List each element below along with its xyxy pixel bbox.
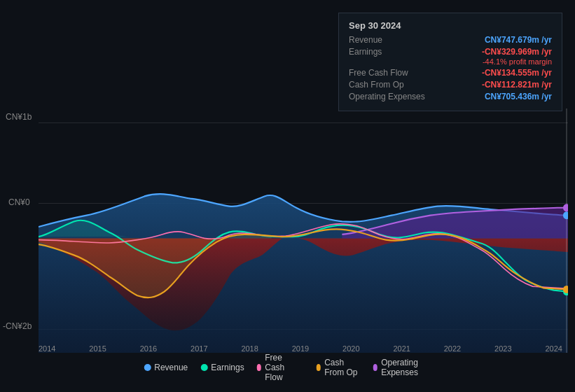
tooltip-earnings-row: Earnings -CN¥329.969m /yr (349, 47, 552, 57)
opex-legend-label: Operating Expenses (381, 358, 431, 377)
chart-legend: Revenue Earnings Free Cash Flow Cash Fro… (144, 353, 431, 382)
x-label-2022: 2022 (444, 344, 461, 353)
fcf-legend-label: Free Cash Flow (265, 353, 303, 382)
x-label-2019: 2019 (292, 344, 309, 353)
x-label-2017: 2017 (190, 344, 207, 353)
legend-cashop[interactable]: Cash From Op (317, 358, 361, 377)
cashop-label: Cash From Op (349, 80, 404, 90)
earnings-legend-label: Earnings (211, 363, 244, 372)
chart-svg (39, 108, 568, 353)
fcf-value: -CN¥134.555m /yr (482, 68, 552, 78)
tooltip-fcf-row: Free Cash Flow -CN¥134.555m /yr (349, 68, 552, 78)
tooltip-cashop-row: Cash From Op -CN¥112.821m /yr (349, 80, 552, 90)
legend-fcf[interactable]: Free Cash Flow (257, 353, 304, 382)
y-label-1b: CN¥1b (6, 112, 32, 122)
cashop-legend-dot (317, 364, 321, 371)
tooltip-title: Sep 30 2024 (349, 20, 552, 31)
revenue-legend-label: Revenue (154, 363, 188, 372)
opex-value: CN¥705.436m /yr (485, 92, 552, 102)
chart-area (39, 108, 568, 353)
revenue-legend-dot (144, 364, 151, 371)
data-tooltip: Sep 30 2024 Revenue CN¥747.679m /yr Earn… (338, 13, 562, 111)
x-label-2014: 2014 (39, 344, 55, 353)
opex-legend-dot (373, 364, 378, 371)
x-axis: 2014 2015 2016 2017 2018 2019 2020 2021 … (0, 344, 575, 353)
x-label-2020: 2020 (342, 344, 359, 353)
cashop-value: -CN¥112.821m /yr (482, 80, 552, 90)
profit-margin: -44.1% profit margin (349, 57, 552, 66)
revenue-label: Revenue (349, 35, 382, 45)
y-label-0: CN¥0 (8, 197, 30, 207)
legend-revenue[interactable]: Revenue (144, 363, 188, 372)
x-label-2024: 2024 (545, 344, 562, 353)
legend-earnings[interactable]: Earnings (200, 363, 244, 372)
fcf-legend-dot (257, 364, 262, 371)
tooltip-opex-row: Operating Expenses CN¥705.436m /yr (349, 92, 552, 102)
opex-label: Operating Expenses (349, 92, 425, 102)
tooltip-revenue-row: Revenue CN¥747.679m /yr (349, 35, 552, 45)
cashop-legend-label: Cash From Op (324, 358, 360, 377)
legend-opex[interactable]: Operating Expenses (373, 358, 431, 377)
y-label-neg2b: -CN¥2b (3, 321, 32, 331)
earnings-legend-dot (200, 364, 207, 371)
earnings-value: -CN¥329.969m /yr (482, 47, 552, 57)
revenue-value: CN¥747.679m /yr (485, 35, 552, 45)
earnings-label: Earnings (349, 47, 382, 57)
x-label-2015: 2015 (89, 344, 106, 353)
x-label-2021: 2021 (393, 344, 410, 353)
fcf-label: Free Cash Flow (349, 68, 408, 78)
x-label-2018: 2018 (241, 344, 258, 353)
x-label-2016: 2016 (140, 344, 157, 353)
x-label-2023: 2023 (494, 344, 511, 353)
